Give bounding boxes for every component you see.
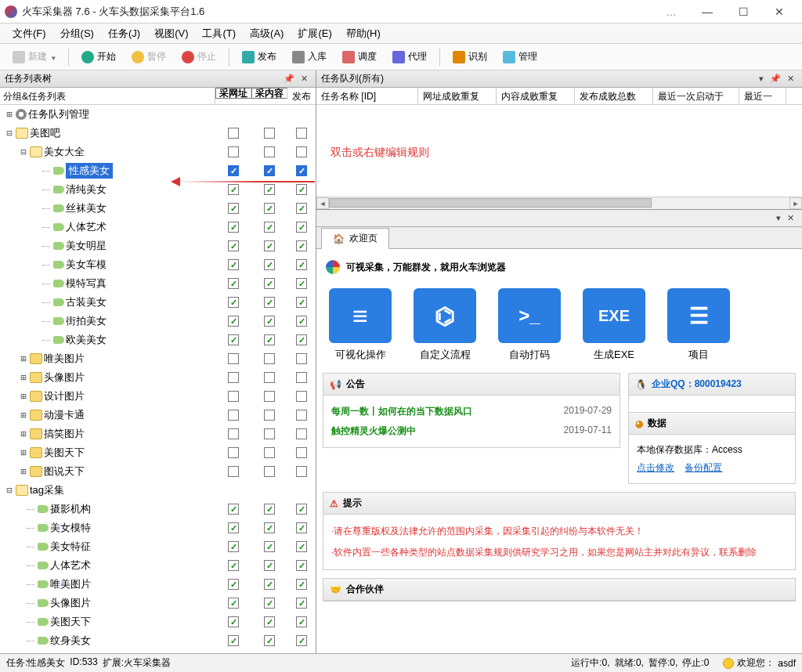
checkbox[interactable]: ✓	[228, 259, 239, 270]
tree-folder2-4[interactable]: ⊞搞笑图片✓✓✓	[0, 425, 316, 443]
checkbox[interactable]: ✓	[296, 297, 307, 308]
notice-row-1[interactable]: 触控精灵火爆公测中2019-07-11	[331, 421, 612, 441]
checkbox[interactable]: ✓	[264, 504, 275, 515]
checkbox[interactable]: ✓	[228, 598, 239, 609]
tree-leaf2-4[interactable]: 唯美图片✓✓✓	[0, 575, 316, 594]
checkbox[interactable]: ✓	[228, 579, 239, 590]
menu-item-1[interactable]: 分组(S)	[54, 24, 100, 43]
queue-close-icon[interactable]: ✕	[784, 74, 797, 84]
menu-item-3[interactable]: 视图(V)	[148, 24, 194, 43]
checkbox[interactable]: ✓	[228, 165, 239, 176]
checkbox[interactable]: ✓	[296, 616, 307, 627]
queue-col-0[interactable]: 任务名称 [ID]	[316, 88, 418, 104]
checkbox[interactable]: ✓	[228, 222, 239, 233]
tree-leaf-5[interactable]: 美女车模✓✓✓	[0, 255, 316, 274]
tree-toggle[interactable]: ⊞	[19, 447, 28, 458]
checkbox[interactable]: ✓	[228, 353, 239, 364]
tree-folder2-2[interactable]: ⊞设计图片✓✓✓	[0, 387, 316, 406]
checkbox[interactable]: ✓	[228, 541, 239, 552]
checkbox[interactable]: ✓	[296, 598, 307, 609]
feature-4[interactable]: 项目	[667, 288, 730, 362]
tree-folder2-6[interactable]: ⊞图说天下✓✓✓	[0, 462, 316, 481]
tree-leaf-2[interactable]: 丝袜美女✓✓✓	[0, 199, 316, 218]
tree-leaf2-3[interactable]: 人体艺术✓✓✓	[0, 556, 316, 575]
tree-leaf-9[interactable]: 欧美美女✓✓✓	[0, 331, 316, 349]
recognize-button[interactable]: 识别	[446, 47, 493, 67]
checkbox[interactable]: ✓	[296, 504, 307, 515]
tree-leaf2-5[interactable]: 头像图片✓✓✓	[0, 594, 316, 612]
checkbox[interactable]: ✓	[296, 316, 307, 327]
tree-folder2-1[interactable]: ⊞头像图片✓✓✓	[0, 368, 316, 387]
queue-scrollbar[interactable]: ◄►	[316, 197, 802, 209]
notice-row-0[interactable]: 每周一数丨如何在的当下数据风口2019-07-29	[331, 402, 612, 421]
checkbox[interactable]: ✓	[296, 635, 307, 646]
checkbox[interactable]: ✓	[264, 316, 275, 327]
checkbox[interactable]: ✓	[264, 184, 275, 195]
checkbox[interactable]: ✓	[228, 616, 239, 627]
checkbox[interactable]: ✓	[228, 297, 239, 308]
new-button[interactable]: 新建	[6, 47, 62, 67]
checkbox[interactable]: ✓	[264, 598, 275, 609]
checkbox[interactable]: ✓	[264, 222, 275, 233]
checkbox[interactable]: ✓	[296, 184, 307, 195]
tree-folder2-0[interactable]: ⊞唯美图片✓✓✓	[0, 349, 316, 368]
checkbox[interactable]: ✓	[296, 372, 307, 383]
queue-col-3[interactable]: 发布成败总数	[575, 88, 653, 104]
stop-button[interactable]: 停止	[175, 47, 222, 67]
welcome-dropdown-icon[interactable]: ▾	[773, 213, 784, 223]
tree-root[interactable]: ⊞任务队列管理✓✓✓	[0, 105, 316, 124]
menu-item-2[interactable]: 任务(J)	[102, 24, 146, 43]
checkbox[interactable]: ✓	[296, 391, 307, 402]
tree-group-meinv[interactable]: ⊟美女大全✓✓✓	[0, 143, 316, 161]
queue-pin-icon[interactable]: 📌	[767, 74, 784, 84]
queue-col-1[interactable]: 网址成败重复	[418, 88, 497, 104]
checkbox[interactable]: ✓	[228, 428, 239, 439]
queue-body[interactable]: 双击或右键编辑规则	[316, 105, 802, 197]
checkbox[interactable]: ✓	[296, 278, 307, 289]
checkbox[interactable]: ✓	[264, 447, 275, 458]
checkbox[interactable]: ✓	[264, 579, 275, 590]
tree-toggle[interactable]: ⊞	[19, 428, 28, 439]
checkbox[interactable]: ✓	[296, 259, 307, 270]
checkbox[interactable]: ✓	[228, 372, 239, 383]
publish-button[interactable]: 发布	[236, 47, 283, 67]
checkbox[interactable]: ✓	[228, 316, 239, 327]
tree-folder2-5[interactable]: ⊞美图天下✓✓✓	[0, 443, 316, 462]
checkbox[interactable]: ✓	[296, 560, 307, 571]
pause-button[interactable]: 暂停	[125, 47, 172, 67]
tree-toggle[interactable]: ⊟	[5, 128, 14, 139]
tree-leaf-3[interactable]: 人体艺术✓✓✓	[0, 218, 316, 237]
manage-button[interactable]: 管理	[497, 47, 544, 67]
queue-col-4[interactable]: 最近一次启动于	[653, 88, 739, 104]
menu-item-0[interactable]: 文件(F)	[6, 24, 52, 43]
menu-item-5[interactable]: 高级(A)	[244, 24, 290, 43]
checkbox[interactable]: ✓	[264, 240, 275, 251]
panel-pin-icon[interactable]: 📌	[280, 74, 298, 84]
checkbox[interactable]: ✓	[264, 278, 275, 289]
checkbox[interactable]: ✓	[264, 522, 275, 533]
checkbox[interactable]: ✓	[228, 240, 239, 251]
close-button[interactable]: ✕	[761, 1, 797, 23]
checkbox[interactable]: ✓	[264, 466, 275, 477]
tree-group-tag[interactable]: ⊟tag采集✓✓✓	[0, 481, 316, 500]
menu-item-6[interactable]: 扩展(E)	[291, 24, 338, 43]
tree-toggle[interactable]: ⊟	[5, 485, 14, 496]
tree-leaf-8[interactable]: 街拍美女✓✓✓	[0, 312, 316, 331]
queue-col-2[interactable]: 内容成败重复	[497, 88, 575, 104]
checkbox[interactable]: ✓	[264, 353, 275, 364]
proxy-button[interactable]: 代理	[386, 47, 433, 67]
task-tree[interactable]: ⊞任务队列管理✓✓✓⊟美图吧✓✓✓⊟美女大全✓✓✓性感美女✓✓✓清纯美女✓✓✓丝…	[0, 105, 316, 653]
tree-leaf-7[interactable]: 古装美女✓✓✓	[0, 293, 316, 312]
tree-toggle[interactable]: ⊞	[5, 109, 14, 120]
checkbox[interactable]: ✓	[296, 466, 307, 477]
tree-leaf2-7[interactable]: 纹身美女✓✓✓	[0, 631, 316, 650]
checkbox[interactable]: ✓	[228, 146, 239, 157]
checkbox[interactable]: ✓	[228, 278, 239, 289]
checkbox[interactable]: ✓	[264, 334, 275, 345]
checkbox[interactable]: ✓	[296, 447, 307, 458]
tree-leaf2-6[interactable]: 美图天下✓✓✓	[0, 612, 316, 631]
feature-2[interactable]: 自动打码	[498, 288, 561, 362]
backup-link[interactable]: 备份配置	[685, 462, 722, 473]
checkbox[interactable]: ✓	[264, 410, 275, 421]
checkbox[interactable]: ✓	[228, 184, 239, 195]
